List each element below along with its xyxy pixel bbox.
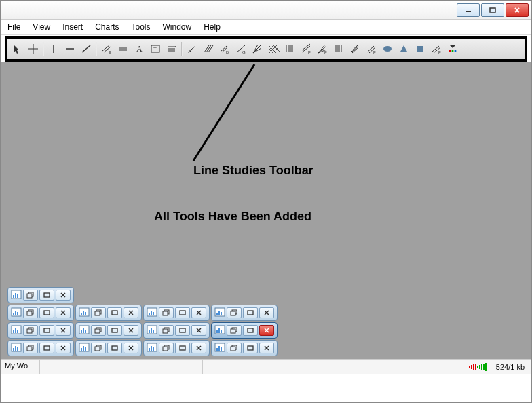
svg-rect-140 [231, 329, 235, 333]
mdi-restore-button[interactable] [23, 325, 38, 336]
mdi-maximize-button[interactable] [107, 325, 122, 336]
mdi-close-button[interactable] [124, 307, 138, 318]
minimized-chart-window[interactable] [143, 322, 210, 339]
status-bar: My Wo 524/1 kb [1, 359, 531, 374]
svg-rect-100 [216, 313, 218, 315]
mdi-maximize-button[interactable] [243, 325, 258, 336]
mdi-close-button[interactable] [191, 325, 206, 336]
mdi-maximize-button[interactable] [39, 307, 54, 318]
minimized-chart-window[interactable] [7, 305, 74, 321]
trend-line-tool[interactable] [78, 41, 94, 56]
fibo-retracement-tool[interactable] [282, 41, 298, 56]
minimized-chart-window[interactable] [75, 340, 142, 356]
minimized-chart-window[interactable] [7, 322, 74, 339]
mdi-row [7, 322, 278, 339]
andrews-pitchfork-tool[interactable] [200, 41, 216, 56]
svg-text:E: E [109, 50, 111, 54]
minimize-button[interactable] [457, 3, 480, 17]
customize-tool[interactable] [444, 41, 461, 56]
mdi-restore-button[interactable] [23, 290, 38, 301]
mdi-maximize-button[interactable] [107, 343, 122, 353]
svg-rect-69 [44, 293, 50, 297]
mdi-restore-button[interactable] [159, 325, 174, 336]
mdi-restore-button[interactable] [91, 343, 106, 353]
minimized-chart-window[interactable] [211, 305, 278, 321]
equidistant-channel-tool[interactable]: E [98, 41, 115, 56]
cycle-lines-tool[interactable]: D [216, 41, 233, 56]
minimized-chart-window[interactable] [143, 305, 210, 321]
fibo-expansion-tool[interactable]: F [363, 41, 379, 56]
mdi-maximize-button[interactable] [107, 307, 122, 318]
mdi-close-button[interactable] [124, 325, 138, 336]
mdi-restore-button[interactable] [227, 343, 242, 353]
maximize-button[interactable] [481, 3, 504, 17]
menu-charts[interactable]: Charts [95, 22, 119, 32]
menu-file[interactable]: File [7, 22, 20, 32]
text-tool[interactable]: A [131, 41, 147, 56]
menu-insert[interactable]: Insert [62, 22, 83, 32]
svg-rect-91 [149, 313, 150, 315]
mdi-maximize-button[interactable] [39, 290, 54, 301]
mdi-close-button[interactable] [56, 343, 71, 353]
svg-line-50 [352, 46, 358, 52]
fibo-arcs-tool[interactable] [330, 41, 347, 56]
fibo-extend-tool[interactable]: F [428, 41, 444, 56]
mdi-restore-button[interactable] [23, 307, 38, 318]
mdi-close-button[interactable] [56, 290, 71, 301]
fibo-channel-tool[interactable] [347, 41, 363, 56]
mdi-restore-button[interactable] [159, 307, 174, 318]
ellipse-tool[interactable] [379, 41, 396, 56]
mdi-close-button[interactable] [259, 325, 274, 336]
mdi-maximize-button[interactable] [243, 307, 258, 318]
minimized-chart-window[interactable] [211, 322, 278, 339]
mdi-maximize-button[interactable] [39, 325, 54, 336]
mdi-close-button[interactable] [124, 343, 138, 353]
triangle-tool[interactable] [396, 41, 412, 56]
mdi-restore-button[interactable] [23, 343, 38, 353]
minimized-chart-window[interactable] [143, 340, 210, 356]
minimized-chart-window[interactable] [7, 340, 74, 356]
mdi-maximize-button[interactable] [175, 307, 190, 318]
gann-line-tool[interactable]: G [233, 41, 249, 56]
mdi-maximize-button[interactable] [175, 325, 190, 336]
mdi-restore-button[interactable] [227, 325, 242, 336]
gann-grid-tool[interactable] [265, 41, 282, 56]
fibo-time-zones-tool[interactable]: F [298, 41, 314, 56]
svg-point-60 [452, 50, 454, 52]
text-label-tool[interactable]: T [147, 41, 164, 56]
mdi-close-button[interactable] [191, 343, 206, 353]
vertical-line-tool[interactable] [45, 41, 62, 56]
rectangle-tool[interactable] [412, 41, 428, 56]
mdi-close-button[interactable] [259, 343, 274, 353]
linear-regression-tool[interactable] [115, 41, 131, 56]
menu-tools[interactable]: Tools [132, 22, 151, 32]
menu-window[interactable]: Window [163, 22, 192, 32]
mdi-restore-button[interactable] [227, 307, 242, 318]
mdi-close-button[interactable] [56, 325, 71, 336]
minimized-chart-window[interactable] [7, 287, 74, 303]
arrows-tool[interactable] [164, 41, 180, 56]
mdi-restore-button[interactable] [159, 343, 174, 353]
menu-view[interactable]: View [33, 22, 50, 32]
trend-by-angle-tool[interactable] [184, 41, 200, 56]
crosshair-tool[interactable] [25, 41, 41, 56]
mdi-restore-button[interactable] [91, 307, 106, 318]
gann-fan-tool[interactable] [249, 41, 265, 56]
minimized-chart-window[interactable] [75, 322, 142, 339]
minimized-chart-window[interactable] [211, 340, 278, 356]
cursor-tool[interactable] [9, 41, 25, 56]
mdi-close-button[interactable] [56, 307, 71, 318]
mdi-restore-button[interactable] [91, 325, 106, 336]
menu-help[interactable]: Help [204, 22, 221, 32]
svg-rect-163 [149, 348, 150, 351]
horizontal-line-tool[interactable] [62, 41, 78, 56]
close-button[interactable] [506, 3, 529, 17]
mdi-maximize-button[interactable] [175, 343, 190, 353]
mdi-maximize-button[interactable] [39, 343, 54, 353]
minimized-chart-window[interactable] [75, 305, 142, 321]
mdi-close-button[interactable] [259, 307, 274, 318]
fibo-fan-tool[interactable]: F [314, 41, 330, 56]
mdi-close-button[interactable] [191, 307, 206, 318]
mdi-maximize-button[interactable] [243, 343, 258, 353]
line-studies-toolbar: EATDGFFFF [9, 40, 523, 58]
